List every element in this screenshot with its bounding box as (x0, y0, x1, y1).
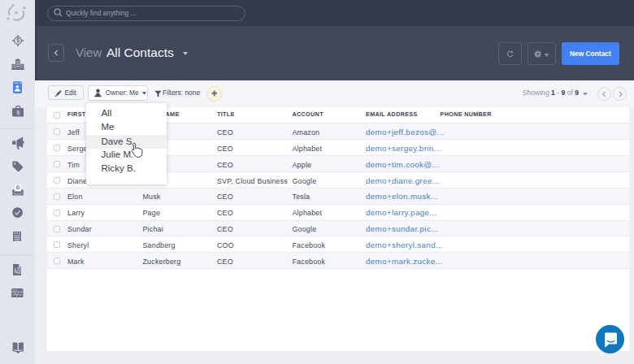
svg-text:$: $ (16, 37, 20, 44)
